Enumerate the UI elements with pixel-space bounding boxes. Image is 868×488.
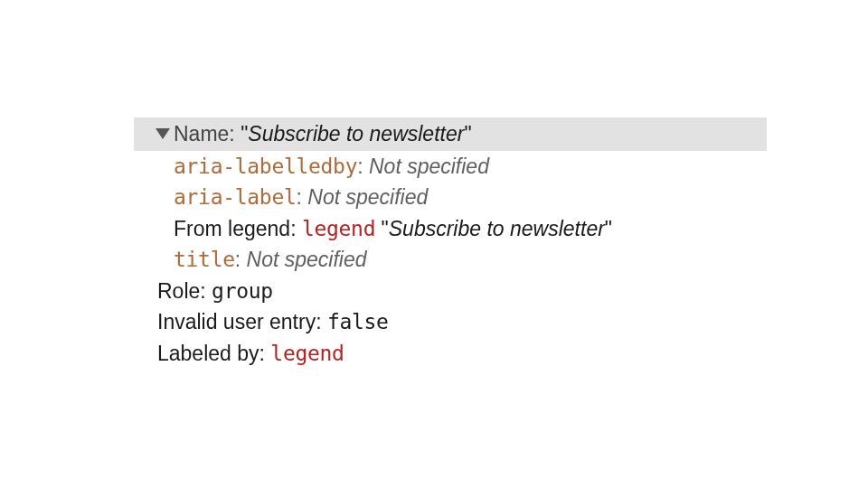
- aria-labelledby-row: aria-labelledby: Not specified: [134, 151, 767, 183]
- from-legend-value: "Subscribe to newsletter": [375, 213, 612, 245]
- name-header-row[interactable]: Name: "Subscribe to newsletter": [134, 117, 767, 151]
- invalid-entry-value: false: [327, 306, 389, 338]
- legend-tag: legend: [302, 213, 375, 245]
- colon: :: [296, 182, 307, 213]
- title-row: title: Not specified: [134, 244, 767, 276]
- colon: :: [357, 151, 369, 183]
- role-label: Role:: [157, 276, 212, 307]
- aria-label-row: aria-label: Not specified: [134, 182, 767, 213]
- from-legend-row: From legend: legend "Subscribe to newsle…: [134, 213, 767, 245]
- disclosure-triangle-icon[interactable]: [156, 128, 170, 139]
- aria-labelledby-attr: aria-labelledby: [174, 151, 357, 183]
- name-label: Name:: [174, 118, 241, 150]
- invalid-entry-row: Invalid user entry: false: [134, 306, 767, 338]
- invalid-entry-label: Invalid user entry:: [157, 306, 327, 338]
- labeled-by-value: legend: [270, 338, 344, 370]
- aria-label-attr: aria-label: [174, 182, 296, 213]
- accessibility-properties-panel: Name: "Subscribe to newsletter" aria-lab…: [134, 117, 767, 369]
- role-value: group: [212, 276, 273, 307]
- title-value: Not specified: [247, 244, 367, 276]
- aria-label-value: Not specified: [307, 182, 428, 213]
- from-legend-label: From legend:: [174, 213, 302, 245]
- colon: :: [235, 244, 247, 276]
- labeled-by-row: Labeled by: legend: [134, 338, 767, 370]
- name-value: "Subscribe to newsletter": [241, 118, 471, 150]
- aria-labelledby-value: Not specified: [369, 151, 489, 183]
- title-attr: title: [174, 244, 235, 276]
- labeled-by-label: Labeled by:: [157, 338, 270, 370]
- role-row: Role: group: [134, 276, 767, 307]
